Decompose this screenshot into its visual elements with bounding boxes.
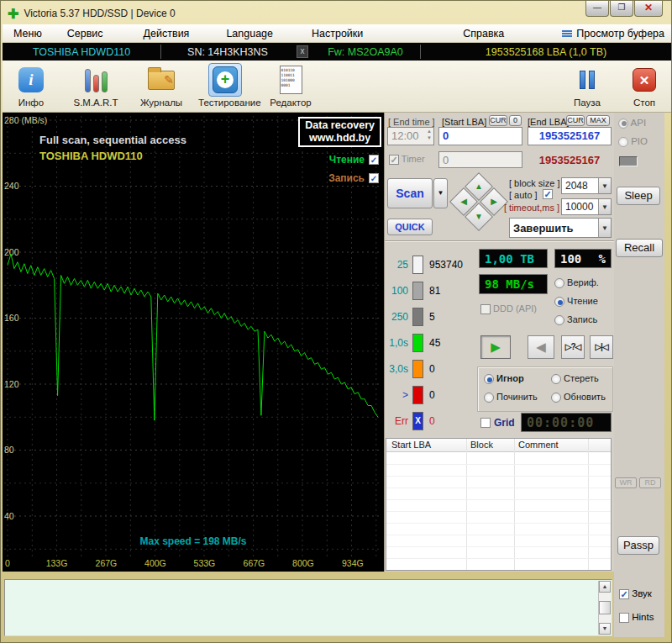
rd-button[interactable]: RD xyxy=(639,477,661,488)
defect-table[interactable]: Start LBA Block Comment xyxy=(386,438,612,571)
close-button[interactable]: ✕ xyxy=(634,1,663,17)
scroll-down-icon[interactable]: ▼ xyxy=(599,623,611,635)
write-checkbox[interactable]: ✓ xyxy=(369,173,379,183)
action-erase-radio[interactable]: Стереть xyxy=(551,373,599,384)
scan-dropdown-button[interactable]: ▼ xyxy=(433,178,448,208)
scan-button[interactable]: Scan xyxy=(387,178,433,208)
log-scrollbar[interactable]: ▲ ▼ xyxy=(598,581,611,635)
menu-item-language[interactable]: Language xyxy=(218,26,281,41)
quick-button[interactable]: QUICK xyxy=(387,219,433,235)
buffer-view-button[interactable]: Просмотр буфера xyxy=(562,28,671,40)
ddd-checkbox[interactable] xyxy=(480,304,491,314)
speed-graph-plot: 280 (MB/s)24020016012080400133G267G400G5… xyxy=(3,113,384,572)
stop-icon: ✕ xyxy=(633,68,656,92)
finish-action-select[interactable]: Завершить ▼ xyxy=(509,218,612,238)
menu-item-service[interactable]: Сервис xyxy=(60,26,111,41)
grid-label[interactable]: Grid xyxy=(494,417,515,429)
menu-item-settings[interactable]: Настройки xyxy=(304,26,370,41)
app-icon: ✚ xyxy=(8,6,18,22)
timer-checkbox-row[interactable]: ✓ Timer xyxy=(389,154,425,165)
stop-label: Стоп xyxy=(620,98,669,108)
api-radio[interactable]: API xyxy=(618,118,646,129)
menu-item-help[interactable]: Справка xyxy=(455,26,512,41)
recall-button[interactable]: Recall xyxy=(616,239,663,257)
testing-button[interactable]: + Тестирование xyxy=(198,63,252,108)
wr-button[interactable]: WR xyxy=(615,477,637,488)
sound-checkbox-row[interactable]: ✓ Звук xyxy=(619,588,652,599)
action-refresh-radio[interactable]: Обновить xyxy=(551,392,606,403)
start-lba-field[interactable]: 0 xyxy=(438,127,522,145)
radio-icon xyxy=(554,297,564,307)
action-repair-radio[interactable]: Починить xyxy=(484,392,538,403)
passp-button[interactable]: Passp xyxy=(617,536,659,555)
legend-write[interactable]: Запись ✓ xyxy=(328,172,379,184)
end-lba-max-button[interactable]: MAX xyxy=(586,115,610,126)
maximize-button[interactable]: ❐ xyxy=(610,1,633,17)
speed-graph: 280 (MB/s)24020016012080400133G267G400G5… xyxy=(3,113,384,572)
end-lba-cur-button[interactable]: CUR xyxy=(566,115,585,126)
sound-checkbox[interactable]: ✓ xyxy=(619,589,629,599)
hints-checkbox[interactable] xyxy=(619,613,629,623)
status-led xyxy=(619,156,638,166)
grid-checkbox[interactable] xyxy=(480,418,491,428)
mode-read-radio[interactable]: Чтение xyxy=(554,296,598,307)
play-button[interactable]: ▶ xyxy=(480,335,511,359)
scroll-thumb[interactable] xyxy=(599,601,611,614)
journals-button[interactable]: ✎ Журналы xyxy=(137,63,186,108)
svg-text:934G: 934G xyxy=(342,558,364,568)
max-speed-annotation: Max speed = 198 MB/s xyxy=(3,535,384,547)
testing-icon: + xyxy=(213,66,238,93)
stop-button[interactable]: ✕ Стоп xyxy=(620,63,669,108)
svg-text:267G: 267G xyxy=(96,558,118,568)
ddd-checkbox-row[interactable]: DDD (API) xyxy=(480,303,537,314)
sleep-button[interactable]: Sleep xyxy=(617,187,660,205)
column-block[interactable]: Block xyxy=(470,440,493,450)
info-button[interactable]: i Инфо xyxy=(7,63,55,108)
back-button[interactable]: ◀ xyxy=(528,335,554,359)
timer-checkbox[interactable]: ✓ xyxy=(389,155,399,165)
watermark: Data recovery www.hdd.by xyxy=(298,117,381,147)
action-ignore-radio[interactable]: Игнор xyxy=(484,373,524,384)
auto-label: [ auto ] xyxy=(509,190,538,200)
device-bar: TOSHIBA HDWD110 SN: 14H3KH3NS x Fw: MS2O… xyxy=(3,43,671,61)
legend-read[interactable]: Чтение ✓ xyxy=(329,154,379,166)
read-checkbox[interactable]: ✓ xyxy=(369,155,379,165)
smart-button[interactable]: S.M.A.R.T xyxy=(71,63,120,108)
time-spinner[interactable]: ▲▼ xyxy=(427,128,432,141)
auto-checkbox[interactable]: ✓ xyxy=(543,189,553,199)
minimize-button[interactable]: — xyxy=(585,1,609,17)
log-panel[interactable]: 21:23:55 Starting Reading, LBA=0..195352… xyxy=(4,579,612,636)
seek-question-button[interactable]: ▷?◁ xyxy=(561,335,585,359)
end-lba-label: [End LBA] xyxy=(528,117,570,127)
block-size-label: [ block size ] xyxy=(509,178,560,188)
scroll-up-icon[interactable]: ▲ xyxy=(599,581,611,593)
defect-table-header[interactable]: Start LBA Block Comment xyxy=(386,439,611,452)
back-icon: ◀ xyxy=(536,340,546,354)
stat-color-block xyxy=(412,386,423,404)
stat-label: Err xyxy=(385,415,408,427)
menu-item-menu[interactable]: Меню xyxy=(6,26,50,41)
seek-end-button[interactable]: ▷|◁ xyxy=(590,335,613,359)
column-start-lba[interactable]: Start LBA xyxy=(391,440,431,450)
menu-item-actions[interactable]: Действия xyxy=(136,26,197,41)
radio-icon xyxy=(484,393,494,403)
timeout-select[interactable]: 10000 ▼ xyxy=(561,198,612,215)
seek-question-icon: ▷?◁ xyxy=(565,342,581,351)
mode-verify-radio[interactable]: Вериф. xyxy=(554,277,599,288)
column-comment[interactable]: Comment xyxy=(518,440,559,450)
editor-button[interactable]: 010110 110011 101000 0001 Редактор xyxy=(266,63,315,108)
pause-button[interactable]: Пауза xyxy=(563,63,612,108)
block-size-select[interactable]: 2048 ▼ xyxy=(561,177,612,194)
device-bar-close-button[interactable]: x xyxy=(297,45,308,58)
mode-write-radio[interactable]: Запись xyxy=(554,314,597,325)
device-model[interactable]: TOSHIBA HDWD110 xyxy=(3,43,160,61)
stat-row-over: > 0 xyxy=(385,386,477,406)
pio-radio[interactable]: PIO xyxy=(618,136,648,147)
editor-label: Редактор xyxy=(266,98,315,108)
svg-text:400G: 400G xyxy=(144,558,166,568)
end-time-field[interactable]: 12:00 ▲▼ xyxy=(387,127,434,145)
start-lba-cur-button[interactable]: CUR xyxy=(489,115,507,126)
end-lba-field[interactable]: 1953525167 xyxy=(528,127,612,145)
start-lba-zero-button[interactable]: 0 xyxy=(509,115,522,126)
hints-checkbox-row[interactable]: Hints xyxy=(619,612,654,623)
